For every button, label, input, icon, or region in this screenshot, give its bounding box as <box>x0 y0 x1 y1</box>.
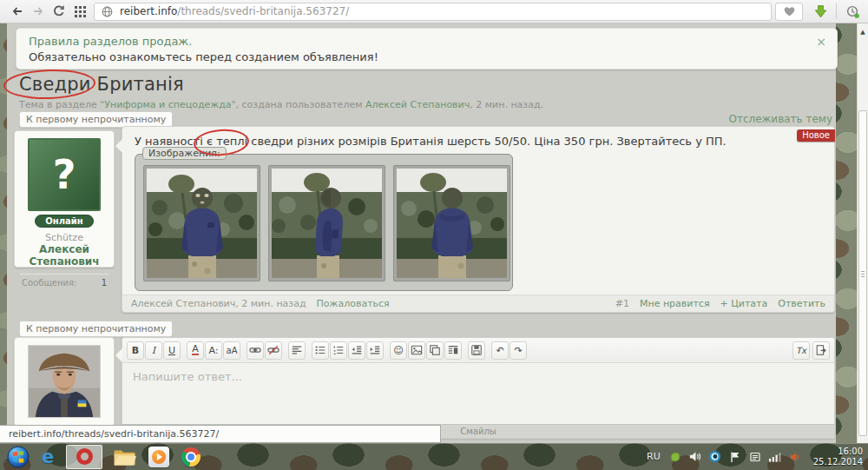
audio-app-icon[interactable] <box>788 450 802 464</box>
chrome-icon <box>181 447 201 467</box>
browser-viewport: Правила разделов продаж. Обязательно озн… <box>0 23 868 443</box>
taskbar-file-explorer[interactable] <box>113 444 136 470</box>
text-block-button[interactable] <box>444 341 462 360</box>
online-badge: Онлайн <box>35 215 93 228</box>
notice-text: Обязательно ознакомьтесь перед созданием… <box>29 50 811 65</box>
notice-close-icon[interactable]: × <box>816 34 826 50</box>
indent-button[interactable] <box>366 341 384 360</box>
remove-format-button[interactable]: Tx <box>792 341 810 360</box>
author-name-link[interactable]: АлексейСтепанович <box>15 243 114 268</box>
redo-button[interactable]: ↷ <box>510 341 527 360</box>
green-app-icon[interactable] <box>668 450 682 464</box>
images-spoiler: Изображения: <box>135 154 513 291</box>
reload-icon <box>52 4 66 18</box>
save-icon <box>470 344 483 356</box>
first-unread-button-bottom[interactable]: К первому непрочитанному <box>19 321 173 337</box>
notice-rules-link[interactable]: Правила разделов продаж. <box>29 35 192 48</box>
messages-row: Сообщения:1 <box>15 275 114 292</box>
windows-start-icon <box>7 446 30 468</box>
save-draft-button[interactable] <box>468 341 485 360</box>
gallery-button[interactable] <box>426 341 444 360</box>
post-number[interactable]: #1 <box>615 298 629 309</box>
history-sync-button[interactable] <box>842 2 863 21</box>
download-button[interactable] <box>810 2 831 21</box>
insert-link-button[interactable] <box>247 341 264 360</box>
forward-button[interactable] <box>28 2 49 21</box>
italic-button[interactable]: I <box>145 341 162 360</box>
underline-button[interactable]: U <box>163 341 181 360</box>
reply-link[interactable]: Ответить <box>778 298 825 309</box>
network-eye-icon[interactable] <box>708 450 722 464</box>
new-badge: Новое <box>797 129 835 142</box>
gallery-icon <box>429 344 441 356</box>
sweater-back-photo <box>397 169 507 278</box>
thread-author-link[interactable]: Алексей Степанович <box>365 99 470 110</box>
scroll-up-icon[interactable]: ▲ <box>858 29 868 36</box>
action-center-flag-icon[interactable] <box>728 450 742 464</box>
internet-explorer-icon: e <box>42 447 54 467</box>
bullet-list-button[interactable] <box>312 341 329 360</box>
subtitle-prefix: Тема в разделе " <box>19 99 104 110</box>
scrollbar-thumb[interactable] <box>858 110 867 436</box>
update-icon[interactable] <box>748 450 762 464</box>
quote-link[interactable]: + Цитата <box>720 298 768 309</box>
url-host: reibert.info <box>120 5 177 17</box>
post-image-back[interactable] <box>393 165 510 281</box>
author-name-line2: Степанович <box>15 255 114 268</box>
unlink-button[interactable] <box>265 341 282 360</box>
forum-section-link[interactable]: Униформа и спецодежда <box>104 99 231 110</box>
taskbar-chrome[interactable] <box>181 444 201 470</box>
signal-bars-icon[interactable] <box>768 450 782 464</box>
text-block-icon <box>447 344 459 356</box>
language-indicator[interactable]: RU <box>647 451 661 462</box>
text-color-button[interactable]: A <box>187 341 204 360</box>
numbered-list-button[interactable] <box>330 341 347 360</box>
volume-icon[interactable] <box>688 450 702 464</box>
back-button[interactable] <box>7 2 28 21</box>
taskbar-media-player[interactable] <box>148 444 169 470</box>
sweater-side-photo <box>272 169 382 278</box>
font-family-button[interactable]: aA <box>223 341 240 360</box>
toolbar-right-group: Tx <box>792 341 830 360</box>
messages-count: 1 <box>102 278 107 288</box>
bold-button[interactable]: B <box>127 341 144 360</box>
media-player-icon <box>148 447 169 467</box>
source-toggle-button[interactable] <box>812 341 830 360</box>
report-link[interactable]: Пожаловаться <box>317 298 390 309</box>
reload-button[interactable] <box>49 2 69 21</box>
start-button[interactable] <box>7 444 30 470</box>
subtitle-mid: ", создана пользователем <box>232 99 365 110</box>
undo-button[interactable]: ↶ <box>491 341 509 360</box>
align-button[interactable] <box>288 341 306 360</box>
scrollbar-grip <box>861 274 865 275</box>
author-avatar[interactable]: ? <box>28 138 101 211</box>
address-bar[interactable]: reibert.info/threads/svedri-britanija.56… <box>94 3 772 21</box>
browser-toolbar: reibert.info/threads/svedri-britanija.56… <box>0 0 868 23</box>
page-scrollbar[interactable]: ▲ <box>857 23 868 443</box>
post-text-circled: сведри <box>251 135 293 148</box>
reply-input[interactable]: Напишите ответ... <box>122 363 834 424</box>
font-size-button[interactable]: A: <box>205 341 222 360</box>
reply-user-avatar[interactable] <box>28 345 101 418</box>
bookmark-button[interactable] <box>775 3 803 21</box>
post-image-front[interactable] <box>143 165 260 281</box>
insert-image-button[interactable] <box>408 341 425 360</box>
post-text-after: різних розмірів Британія шерсть 50/50. Ц… <box>293 135 727 148</box>
post-author-link[interactable]: Алексей Степанович <box>131 298 235 309</box>
image-icon <box>411 344 423 356</box>
spoiler-toggle[interactable]: Изображения: <box>142 147 227 160</box>
post-image-side[interactable] <box>268 165 385 281</box>
clock[interactable]: 16:00 25.12.2014 <box>813 447 863 467</box>
list-ol-icon <box>332 344 345 356</box>
indent-icon <box>369 344 381 356</box>
back-icon <box>10 4 24 18</box>
like-link[interactable]: Мне нравится <box>640 298 710 309</box>
outdent-button[interactable] <box>348 341 365 360</box>
editor-bubble-arrow <box>115 348 122 362</box>
speed-dial-button[interactable] <box>69 2 90 21</box>
taskbar-internet-explorer[interactable]: e <box>42 444 54 470</box>
taskbar-opera-active[interactable] <box>66 445 102 469</box>
watch-thread-link[interactable]: Отслеживать тему <box>728 113 832 125</box>
smiley-button[interactable]: ☺ <box>390 341 407 360</box>
folder-icon <box>113 447 136 467</box>
